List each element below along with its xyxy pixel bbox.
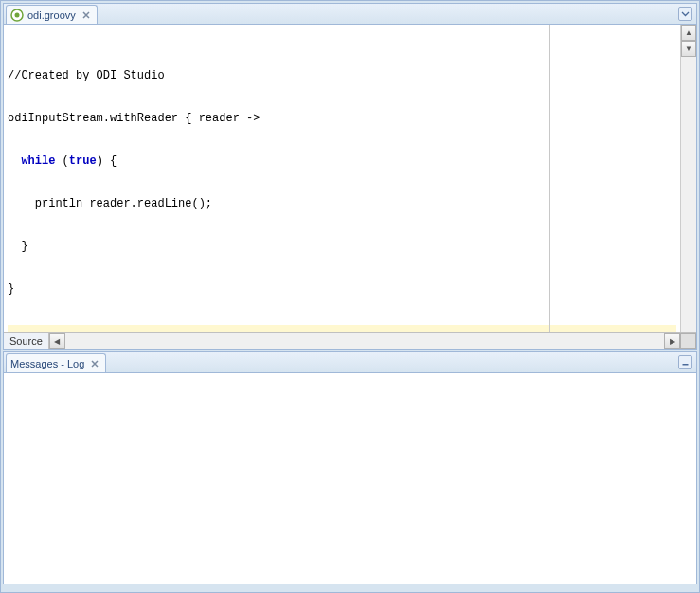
editor-panel: odi.groovy //Created by ODI Studio odiIn… (3, 3, 697, 350)
chevron-down-icon (681, 9, 690, 18)
scroll-down-arrow-icon[interactable]: ▼ (681, 41, 696, 57)
size-grip[interactable] (680, 333, 696, 349)
scroll-up-arrow-icon[interactable]: ▲ (681, 25, 696, 41)
log-tab-close-icon[interactable] (90, 359, 99, 368)
code-line: } (8, 282, 676, 296)
scroll-track[interactable] (681, 57, 696, 332)
code-area-wrap: //Created by ODI Studio odiInputStream.w… (4, 25, 696, 332)
scroll-track[interactable] (65, 333, 664, 349)
editor-body: //Created by ODI Studio odiInputStream.w… (4, 25, 696, 349)
code-line: //Created by ODI Studio (8, 69, 676, 83)
minimize-icon (681, 358, 690, 367)
code-line: while (true) { (8, 154, 676, 169)
editor-bottom-bar: Source ◀ ▶ (4, 332, 696, 349)
log-tab-messages[interactable]: Messages - Log (6, 353, 106, 372)
code-line: } (8, 240, 676, 254)
log-tab-bar: Messages - Log (4, 352, 696, 373)
editor-horizontal-scrollbar[interactable]: ◀ ▶ (49, 333, 680, 349)
scroll-left-arrow-icon[interactable]: ◀ (49, 333, 65, 349)
editor-dropdown-button[interactable] (678, 7, 692, 21)
editor-tab-bar: odi.groovy (4, 4, 696, 25)
editor-tab-close-icon[interactable] (81, 10, 91, 20)
svg-rect-2 (683, 364, 689, 366)
log-minimize-button[interactable] (678, 355, 692, 369)
editor-vertical-scrollbar[interactable]: ▲ ▼ (680, 25, 696, 332)
code-editor[interactable]: //Created by ODI Studio odiInputStream.w… (4, 25, 680, 332)
code-current-line (8, 325, 676, 332)
source-tab[interactable]: Source (4, 333, 49, 349)
groovy-file-icon (10, 9, 24, 22)
log-tab-label: Messages - Log (10, 358, 84, 369)
source-tab-label: Source (9, 335, 43, 347)
code-line: odiInputStream.withReader { reader -> (8, 112, 676, 126)
editor-tab-odi-groovy[interactable]: odi.groovy (6, 5, 98, 24)
editor-tab-label: odi.groovy (27, 9, 76, 21)
scroll-right-arrow-icon[interactable]: ▶ (664, 333, 680, 349)
log-panel: Messages - Log (3, 351, 697, 584)
svg-point-1 (15, 12, 20, 17)
code-line: println reader.readLine(); (8, 197, 676, 211)
log-output[interactable] (4, 373, 696, 584)
